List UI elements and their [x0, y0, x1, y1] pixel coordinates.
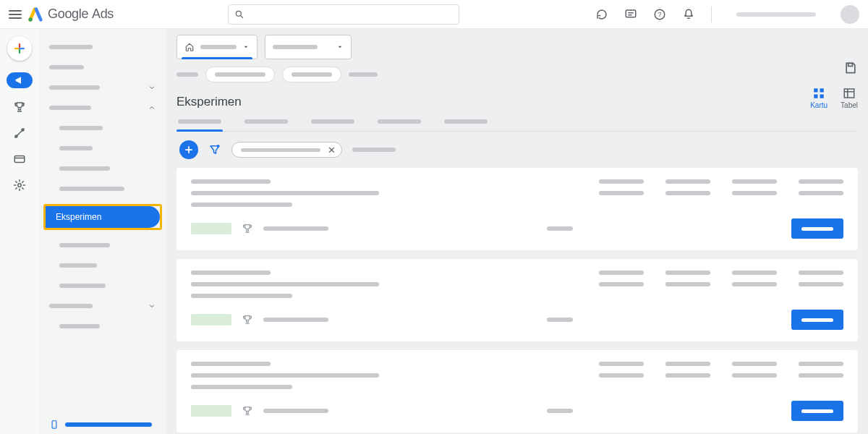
reports-panel-icon[interactable] [843, 61, 858, 75]
nav-item-expandable[interactable] [39, 100, 166, 116]
status-badge [191, 314, 231, 326]
nav-item-expandable[interactable] [39, 298, 166, 314]
nav-subitem[interactable] [39, 120, 166, 136]
list-toolbar: ✕ [176, 132, 858, 168]
breadcrumb [176, 67, 858, 82]
winner-icon [242, 314, 253, 326]
scope-selectors [176, 35, 858, 59]
crumb[interactable] [349, 72, 378, 77]
svg-rect-24 [820, 95, 824, 98]
view-table[interactable]: Tabel [841, 87, 858, 109]
add-experiment-button[interactable] [179, 140, 198, 159]
subtabs [176, 114, 858, 132]
nav-item-expandable[interactable] [39, 80, 166, 95]
subtab[interactable] [443, 114, 489, 131]
help-icon[interactable]: ? [653, 8, 666, 21]
svg-rect-15 [14, 156, 25, 163]
save-icon [843, 61, 858, 75]
rail-admin-icon[interactable] [12, 178, 27, 192]
nav-active-highlight: Eksperimen [43, 204, 162, 230]
subtab[interactable] [376, 114, 422, 131]
svg-point-1 [236, 11, 241, 16]
caret-down-icon [336, 43, 344, 51]
search-input[interactable] [250, 9, 453, 20]
rail-billing-icon[interactable] [12, 152, 27, 166]
card-primary-button[interactable] [791, 401, 843, 421]
experiment-card[interactable] [176, 259, 858, 341]
filter-button[interactable] [208, 143, 221, 156]
nav-footer-placeholder [65, 422, 152, 427]
global-search[interactable] [228, 4, 459, 25]
chevron-down-icon [148, 302, 156, 310]
winner-icon [242, 405, 253, 417]
nav-item[interactable] [39, 59, 166, 75]
toolbar-label-placeholder [352, 148, 396, 152]
page-title: Eksperimen [176, 95, 242, 109]
subtab[interactable] [243, 114, 289, 131]
svg-text:?: ? [658, 11, 662, 18]
card-primary-button[interactable] [791, 310, 843, 330]
device-icon [49, 420, 59, 430]
menu-icon[interactable] [9, 8, 22, 21]
card-subtitle-placeholder [191, 203, 292, 207]
megaphone-icon [14, 75, 25, 86]
card-primary-button[interactable] [791, 218, 843, 239]
filter-chip-label [241, 148, 320, 152]
left-rail [0, 29, 39, 434]
home-icon [184, 42, 195, 52]
crumb-chip[interactable] [282, 67, 341, 82]
card-title-placeholder [191, 179, 271, 184]
nav-item-label: Eksperimen [56, 212, 101, 222]
google-ads-logo[interactable]: Google Ads [27, 7, 114, 22]
status-badge [191, 223, 231, 234]
refresh-icon[interactable] [595, 8, 608, 21]
subtab[interactable] [310, 114, 356, 131]
nav-item[interactable] [39, 39, 166, 55]
plus-icon [184, 145, 194, 155]
rail-goals-icon[interactable] [12, 100, 27, 114]
view-cards[interactable]: Kartu [810, 87, 827, 109]
nav-subitem[interactable] [39, 318, 166, 334]
chat-icon[interactable] [624, 8, 637, 21]
grid-icon [812, 87, 825, 100]
caret-down-icon [242, 43, 250, 51]
nav-subitem[interactable] [39, 258, 166, 273]
trophy-icon [13, 101, 26, 114]
chevron-up-icon [148, 103, 156, 112]
card-secondary-placeholder [547, 226, 573, 231]
crumb[interactable] [176, 72, 198, 77]
rail-tools-icon[interactable] [12, 126, 27, 140]
experiment-card[interactable] [176, 350, 858, 433]
rail-campaigns-icon[interactable] [7, 72, 33, 88]
svg-point-0 [28, 17, 33, 22]
experiment-card[interactable] [176, 168, 858, 250]
crumb-chip[interactable] [205, 67, 275, 82]
nav-footer[interactable] [39, 420, 166, 430]
winner-icon [242, 223, 253, 234]
notifications-icon[interactable] [682, 8, 695, 21]
active-filter-chip[interactable]: ✕ [231, 142, 342, 158]
brand-product: Ads [92, 7, 114, 21]
account-avatar[interactable] [841, 5, 859, 24]
campaign-selector[interactable] [265, 35, 352, 59]
gear-icon [13, 179, 26, 192]
svg-rect-21 [814, 88, 817, 92]
nav-subitem[interactable] [39, 140, 166, 156]
subtab[interactable] [176, 114, 223, 131]
svg-line-2 [241, 15, 243, 17]
funnel-icon [208, 143, 221, 156]
account-selector[interactable] [176, 35, 258, 59]
chevron-down-icon [148, 83, 156, 92]
plus-multicolor-icon [13, 42, 26, 55]
svg-rect-23 [814, 95, 817, 98]
create-button[interactable] [7, 36, 32, 61]
remove-filter-icon[interactable]: ✕ [328, 145, 336, 156]
nav-subitem[interactable] [39, 278, 166, 294]
nav-subitem[interactable] [39, 181, 166, 197]
view-cards-label: Kartu [810, 101, 827, 109]
nav-subitem[interactable] [39, 161, 166, 176]
nav-subitem[interactable] [39, 237, 166, 253]
card-note-placeholder [263, 226, 328, 231]
trophy-icon [242, 223, 253, 234]
nav-item-eksperimen[interactable]: Eksperimen [46, 206, 160, 228]
